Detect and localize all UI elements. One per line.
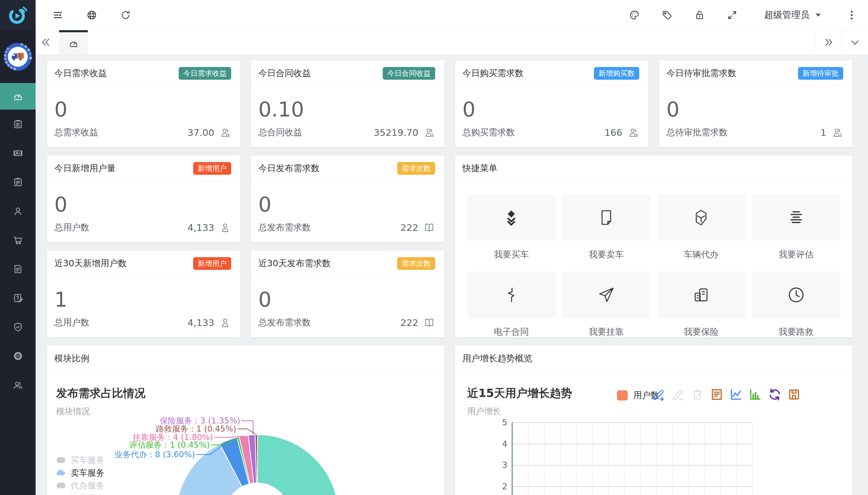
pie-callout-label: 业务代办 : 8 (3.60%)	[115, 449, 195, 460]
bar-chart-icon[interactable]	[748, 388, 762, 402]
svg-text:2: 2	[502, 482, 507, 491]
stat-card-value: 0	[54, 192, 231, 217]
restore-icon[interactable]	[768, 388, 782, 402]
person-icon	[219, 317, 231, 329]
stat-card-badge: 新增购买数	[594, 67, 639, 80]
tab-dashboard[interactable]	[59, 30, 88, 55]
stat-card-header: 近30天新增用户数新增用户	[47, 251, 240, 276]
stat-card-body: 0总发布需求数222	[251, 182, 444, 242]
save-icon[interactable]	[787, 388, 801, 402]
module-ratio-card: 模块比例 发布需求占比情况 模块情况 买车服务卖车服务代办服务评估服务 保险服务…	[47, 346, 444, 495]
pie-legend: 买车服务卖车服务代办服务评估服务	[56, 454, 104, 495]
sidebar-item-doc-edit[interactable]	[0, 284, 36, 312]
quick-menu-item-2[interactable]	[562, 194, 651, 241]
topbar-left-actions	[36, 10, 131, 20]
people-double-icon	[627, 126, 639, 139]
fullscreen-icon[interactable]	[727, 10, 737, 20]
quick-menu-item-3[interactable]	[657, 194, 745, 241]
user-icon	[12, 206, 23, 217]
pie-legend-item[interactable]: 评估服务	[56, 492, 104, 495]
tabs-scroll-left[interactable]	[36, 36, 55, 48]
more-menu-icon[interactable]	[846, 10, 857, 20]
stat-footer-label: 总发布需求数	[258, 222, 311, 234]
sidebar-item-clipboard[interactable]	[0, 109, 36, 139]
quick-menu-cell: 电子合同	[467, 272, 556, 337]
clock-icon	[787, 286, 805, 304]
stat-card-title: 近30天新增用户数	[54, 257, 127, 270]
stat-card-badge: 需求次数	[397, 162, 435, 175]
globe-icon[interactable]	[86, 10, 97, 20]
quick-menu-item-5[interactable]	[467, 272, 556, 318]
person-icon	[219, 222, 231, 234]
pie-legend-item[interactable]: 卖车服务	[56, 467, 104, 479]
sidebar-item-user[interactable]	[0, 197, 36, 225]
quick-menu-cell: 我要路救	[752, 272, 840, 337]
stat-card-value: 0	[258, 288, 435, 311]
collapse-menu-icon[interactable]	[53, 10, 63, 20]
stat-card-footer: 总购买需求数166	[462, 126, 639, 139]
sidebar-item-gear[interactable]	[0, 341, 36, 370]
gear-icon	[12, 351, 23, 362]
sidebar-item-clipboard2[interactable]	[0, 168, 36, 197]
sidebar-item-dashboard[interactable]	[0, 83, 36, 109]
chevrons-left-icon	[40, 36, 51, 48]
pie-chart-title: 发布需求占比情况	[56, 386, 145, 401]
quick-menu-title: 快捷菜单	[462, 163, 497, 174]
sidebar-item-picture[interactable]	[0, 139, 36, 168]
text-lines-icon	[787, 208, 805, 227]
quick-menu-label: 我要评估	[752, 249, 840, 261]
sidebar-item-users[interactable]	[0, 370, 36, 399]
stat-card-3: 今日购买需求数新增购买数0总购买需求数166	[455, 61, 648, 147]
user-menu[interactable]: 超级管理员	[764, 9, 822, 21]
stat-card-header: 近30天发布需求数需求次数	[251, 251, 444, 276]
stat-card-header: 今日购买需求数新增购买数	[455, 61, 648, 86]
stat-footer-label: 总用户数	[54, 317, 89, 329]
stat-card-header: 今日发布需求数需求次数	[251, 155, 444, 182]
stat-card-title: 今日发布需求数	[258, 163, 319, 174]
svg-text:4: 4	[502, 439, 507, 448]
stat-footer-label: 总购买需求数	[462, 126, 515, 139]
data-view-icon[interactable]	[710, 388, 724, 402]
stat-footer-value: 37.00	[187, 127, 214, 138]
app-logo-icon	[7, 5, 28, 25]
trash-icon[interactable]	[691, 388, 705, 402]
page-icon	[597, 208, 616, 227]
quick-menu-item-8[interactable]	[752, 272, 840, 318]
caret-down-icon	[814, 11, 822, 19]
refresh-icon[interactable]	[120, 10, 131, 20]
sidebar-item-cart[interactable]	[0, 225, 36, 254]
tabs-scroll-right[interactable]	[815, 30, 842, 55]
stat-card-footer: 总发布需求数222	[258, 222, 435, 234]
topbar-icon-group	[629, 10, 737, 20]
stat-card-value: 0	[666, 98, 843, 121]
pencil-minus-icon[interactable]	[671, 388, 685, 402]
stat-footer-value: 4,133	[187, 317, 214, 328]
topbar-right-actions: 超级管理员	[629, 9, 868, 21]
quick-menu-item-4[interactable]	[752, 194, 840, 241]
lock-icon[interactable]	[694, 10, 705, 20]
tabs-options[interactable]	[842, 30, 868, 55]
pie-legend-item[interactable]: 买车服务	[56, 454, 104, 467]
stat-card-header: 今日需求收益今日需求收益	[47, 61, 240, 86]
stat-card-1: 今日需求收益今日需求收益0总需求收益37.00	[47, 61, 240, 147]
sidebar-item-shield-check[interactable]	[0, 312, 36, 341]
quick-menu-item-1[interactable]	[467, 194, 556, 241]
dashboard-icon	[12, 91, 23, 102]
stat-card-footer: 总需求收益37.00	[54, 126, 231, 139]
people-double-icon	[831, 126, 843, 139]
sidebar-item-document[interactable]	[0, 254, 36, 284]
stat-footer-right: 222	[400, 317, 435, 329]
quick-menu-item-7[interactable]	[657, 272, 745, 318]
stat-card-title: 近30天发布需求数	[258, 257, 331, 270]
pencil-add-icon[interactable]	[652, 388, 666, 402]
cart-icon	[12, 235, 23, 246]
doc-edit-icon	[12, 292, 23, 304]
palette-icon[interactable]	[629, 10, 640, 20]
quick-menu-item-6[interactable]	[562, 272, 651, 318]
tag-icon[interactable]	[662, 10, 673, 20]
pie-legend-item[interactable]: 代办服务	[56, 479, 104, 492]
stat-card-footer: 总发布需求数222	[258, 317, 435, 329]
line-chart-icon[interactable]	[729, 388, 743, 402]
sidebar-menu	[0, 83, 36, 399]
module-ratio-body: 发布需求占比情况 模块情况 买车服务卖车服务代办服务评估服务 保险服务 : 3 …	[47, 372, 444, 495]
